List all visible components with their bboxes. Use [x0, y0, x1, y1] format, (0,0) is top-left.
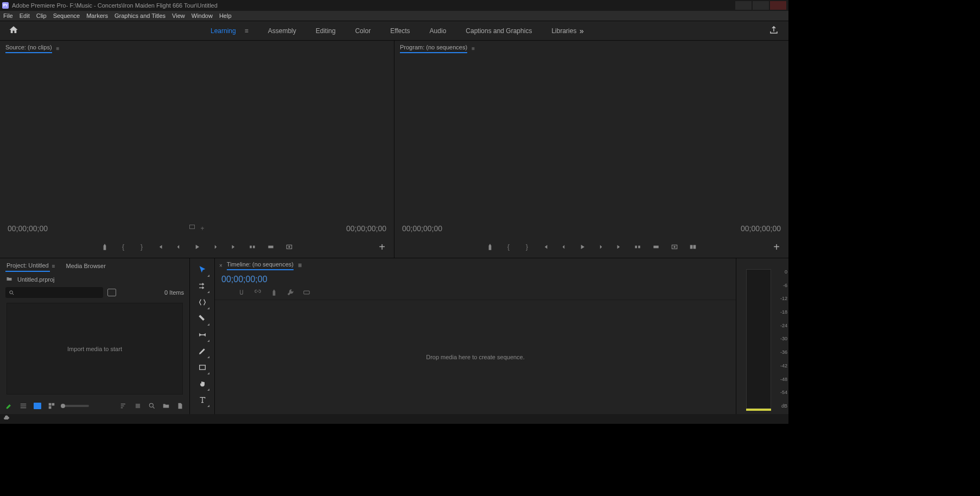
- program-title[interactable]: Program: (no sequences): [400, 44, 467, 53]
- new-item-icon[interactable]: [176, 402, 184, 410]
- write-icon[interactable]: [5, 402, 13, 410]
- prog-lift-icon[interactable]: [633, 243, 642, 251]
- source-timecode-right: 00;00;00;00: [346, 224, 386, 233]
- source-panel-menu-icon[interactable]: ≡: [56, 46, 60, 52]
- go-to-out-icon[interactable]: [230, 243, 238, 251]
- new-bin-camera-icon[interactable]: [107, 289, 116, 296]
- menu-sequence[interactable]: Sequence: [53, 12, 80, 19]
- source-title[interactable]: Source: (no clips): [5, 44, 52, 53]
- step-back-icon[interactable]: [174, 243, 183, 251]
- workspace-effects[interactable]: Effects: [390, 27, 410, 35]
- zoom-slider-knob[interactable]: [61, 404, 65, 408]
- tab-project[interactable]: Project: Untitled: [5, 260, 50, 272]
- workspace-audio[interactable]: Audio: [430, 27, 447, 35]
- tab-media-browser[interactable]: Media Browser: [65, 260, 107, 271]
- fit-icon[interactable]: [189, 225, 195, 229]
- share-button[interactable]: [769, 25, 779, 36]
- prog-go-to-out-icon[interactable]: [615, 243, 623, 251]
- prog-add-marker-icon[interactable]: [486, 243, 494, 251]
- zoom-plus-icon[interactable]: +: [200, 225, 204, 232]
- maximize-button[interactable]: [753, 1, 769, 10]
- program-timecode-left[interactable]: 00;00;00;00: [402, 224, 442, 233]
- icon-view-icon[interactable]: [34, 403, 41, 409]
- home-button[interactable]: [0, 25, 27, 36]
- workspace-assembly[interactable]: Assembly: [268, 27, 296, 35]
- program-panel-menu-icon[interactable]: ≡: [472, 46, 475, 52]
- type-tool[interactable]: [196, 394, 208, 406]
- project-body[interactable]: Import media to start: [7, 303, 183, 395]
- meter-peak-line: [746, 409, 771, 411]
- sort-icon[interactable]: [120, 402, 128, 410]
- hand-tool[interactable]: [196, 378, 208, 390]
- add-marker-icon[interactable]: [100, 243, 109, 251]
- timeline-close-icon[interactable]: ×: [219, 263, 222, 269]
- more-workspaces-icon[interactable]: »: [580, 27, 582, 35]
- menu-help[interactable]: Help: [219, 12, 232, 19]
- button-editor-plus-icon[interactable]: +: [379, 241, 385, 253]
- workspace-editing[interactable]: Editing: [316, 27, 336, 35]
- ripple-edit-tool[interactable]: [196, 296, 208, 308]
- close-button[interactable]: [770, 1, 786, 10]
- source-timecode-left[interactable]: 00;00;00;00: [8, 224, 48, 233]
- prog-step-back-icon[interactable]: [559, 243, 568, 251]
- prog-mark-out-icon[interactable]: }: [523, 243, 531, 251]
- workspace-captions[interactable]: Captions and Graphics: [466, 27, 532, 35]
- menu-window[interactable]: Window: [192, 12, 213, 19]
- go-to-in-icon[interactable]: [156, 243, 164, 251]
- workspace-learning[interactable]: Learning: [211, 27, 236, 35]
- prog-mark-in-icon[interactable]: {: [504, 243, 513, 251]
- linked-selection-icon[interactable]: [254, 289, 262, 298]
- prog-button-editor-plus-icon[interactable]: +: [773, 241, 780, 253]
- add-marker-tl-icon[interactable]: [270, 289, 278, 298]
- prog-play-icon[interactable]: [578, 243, 587, 251]
- prog-extract-icon[interactable]: [652, 243, 660, 251]
- timeline-timecode[interactable]: 00;00;00;00: [215, 272, 736, 287]
- find-icon[interactable]: [148, 402, 156, 410]
- workspace-libraries[interactable]: Libraries: [551, 27, 576, 35]
- menu-clip[interactable]: Clip: [36, 12, 47, 19]
- export-frame-icon[interactable]: [285, 243, 294, 251]
- prog-export-frame-icon[interactable]: [670, 243, 679, 251]
- list-view-icon[interactable]: [20, 402, 27, 410]
- rectangle-tool[interactable]: [196, 361, 208, 373]
- mark-in-icon[interactable]: {: [119, 243, 128, 251]
- selection-tool[interactable]: [196, 264, 208, 276]
- program-transport: { } +: [394, 236, 788, 258]
- program-monitor-panel: Program: (no sequences) ≡ 00;00;00;00 00…: [394, 41, 788, 258]
- minimize-button[interactable]: [735, 1, 752, 10]
- new-bin-icon[interactable]: [162, 402, 170, 410]
- insert-sequence-icon[interactable]: [221, 289, 229, 298]
- creative-cloud-icon[interactable]: [3, 415, 10, 423]
- prog-compare-icon[interactable]: [689, 243, 697, 251]
- workspace-color[interactable]: Color: [355, 27, 371, 35]
- menu-markers[interactable]: Markers: [86, 12, 108, 19]
- prog-go-to-in-icon[interactable]: [541, 243, 550, 251]
- track-select-tool[interactable]: [196, 280, 208, 292]
- step-forward-icon[interactable]: [211, 243, 220, 251]
- zoom-slider[interactable]: [62, 405, 89, 407]
- freeform-view-icon[interactable]: [48, 402, 55, 410]
- snap-icon[interactable]: [238, 289, 245, 298]
- timeline-title[interactable]: Timeline: (no sequences): [227, 261, 294, 270]
- overwrite-icon[interactable]: [266, 243, 275, 251]
- caption-track-icon[interactable]: [303, 289, 310, 298]
- project-tab-menu-icon[interactable]: ≡: [52, 263, 55, 269]
- razor-tool[interactable]: [196, 313, 208, 325]
- svg-rect-21: [121, 405, 124, 406]
- menu-edit[interactable]: Edit: [20, 12, 30, 19]
- pen-tool[interactable]: [196, 345, 208, 357]
- timeline-body[interactable]: Drop media here to create sequence.: [215, 300, 736, 414]
- mark-out-icon[interactable]: }: [137, 243, 146, 251]
- project-search-input[interactable]: [5, 287, 103, 298]
- workspace-handle-icon[interactable]: ≡: [245, 27, 249, 35]
- slip-tool[interactable]: [196, 329, 208, 341]
- timeline-panel-menu-icon[interactable]: ≡: [298, 262, 302, 269]
- menu-view[interactable]: View: [172, 12, 185, 19]
- menu-graphics[interactable]: Graphics and Titles: [114, 12, 166, 19]
- settings-wrench-icon[interactable]: [287, 289, 294, 298]
- play-icon[interactable]: [193, 243, 201, 251]
- insert-icon[interactable]: [248, 243, 257, 251]
- prog-step-forward-icon[interactable]: [596, 243, 605, 251]
- automate-icon[interactable]: [134, 402, 142, 410]
- menu-file[interactable]: File: [3, 12, 13, 19]
